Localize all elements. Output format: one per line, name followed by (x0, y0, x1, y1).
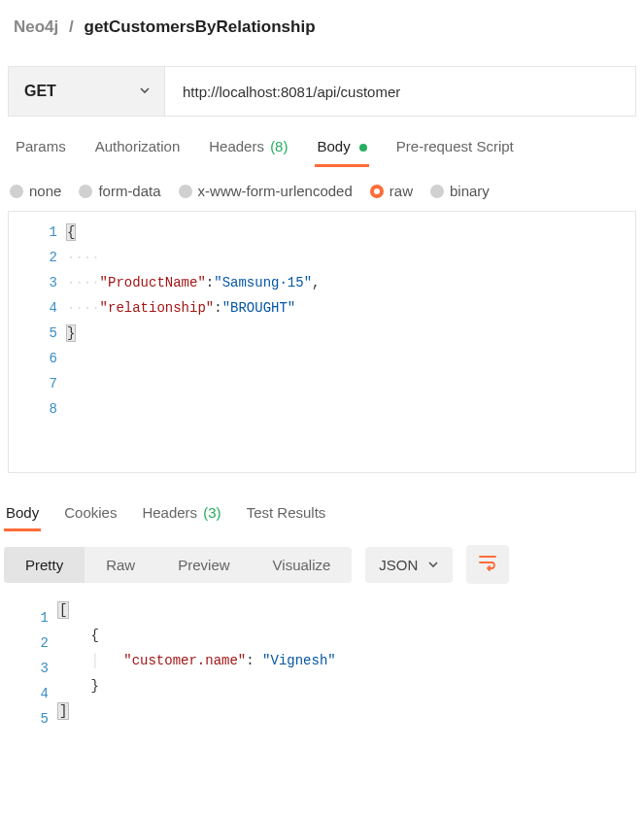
rtab-tests[interactable]: Test Results (245, 504, 328, 531)
radio-urlencoded[interactable]: x-www-form-urlencoded (179, 183, 353, 199)
code-area[interactable]: {········"ProductName":"Samsung·15",····… (67, 212, 635, 472)
response-gutter: 12345 (0, 597, 58, 739)
radio-label: none (29, 183, 61, 199)
radio-formdata[interactable]: form-data (79, 183, 160, 199)
radio-label: raw (390, 183, 413, 199)
request-tabs: Params Authorization Headers (8) Body Pr… (0, 117, 644, 167)
response-body[interactable]: 12345 [ { │ "customer.name": "Vignesh" }… (0, 594, 644, 739)
chevron-down-icon (139, 85, 151, 99)
radio-label: form-data (98, 183, 160, 199)
tab-headers-count: (8) (270, 138, 288, 154)
view-raw[interactable]: Raw (85, 547, 156, 583)
tab-params[interactable]: Params (14, 138, 68, 167)
breadcrumb-sep: / (63, 17, 80, 36)
rtab-headers-label: Headers (142, 504, 197, 521)
rtab-cookies[interactable]: Cookies (62, 504, 119, 531)
breadcrumb-root[interactable]: Neo4j (14, 17, 58, 36)
radio-none[interactable]: none (10, 183, 61, 199)
radio-icon (430, 185, 444, 198)
tab-body[interactable]: Body (315, 138, 368, 167)
wrap-lines-button[interactable] (466, 545, 509, 584)
rtab-headers[interactable]: Headers (3) (140, 504, 222, 531)
body-editor[interactable]: 12345678 {········"ProductName":"Samsung… (8, 211, 636, 473)
format-label: JSON (379, 557, 418, 573)
format-select[interactable]: JSON (365, 547, 453, 583)
tab-headers[interactable]: Headers (8) (207, 138, 289, 167)
radio-icon (370, 185, 384, 198)
tab-headers-label: Headers (209, 138, 264, 154)
radio-icon (10, 185, 23, 198)
view-pretty[interactable]: Pretty (4, 547, 85, 583)
radio-icon (79, 185, 92, 198)
unsaved-dot-icon (359, 144, 367, 152)
response-code[interactable]: [ { │ "customer.name": "Vignesh" }] (58, 597, 336, 739)
body-type-radios: none form-data x-www-form-urlencoded raw… (0, 167, 644, 211)
radio-raw[interactable]: raw (370, 183, 413, 199)
rtab-body[interactable]: Body (4, 504, 41, 531)
response-toolbar: Pretty Raw Preview Visualize JSON (0, 531, 644, 594)
request-row: GET (8, 66, 636, 117)
tab-body-label: Body (317, 138, 350, 154)
rtab-headers-count: (3) (203, 504, 220, 521)
view-visualize[interactable]: Visualize (252, 547, 353, 583)
wrap-icon (478, 554, 497, 576)
tab-prerequest[interactable]: Pre-request Script (394, 138, 516, 167)
radio-binary[interactable]: binary (430, 183, 490, 199)
radio-label: binary (450, 183, 490, 199)
response-tabs: Body Cookies Headers (3) Test Results (0, 473, 644, 531)
method-select[interactable]: GET (9, 67, 164, 116)
breadcrumb: Neo4j / getCustomersByRelationship (0, 0, 644, 54)
tab-authorization[interactable]: Authorization (93, 138, 183, 167)
breadcrumb-leaf: getCustomersByRelationship (85, 17, 316, 36)
view-preview[interactable]: Preview (156, 547, 251, 583)
line-gutter: 12345678 (9, 212, 67, 472)
method-label: GET (24, 83, 56, 100)
radio-icon (179, 185, 192, 198)
chevron-down-icon (427, 557, 439, 573)
view-mode-segment: Pretty Raw Preview Visualize (4, 547, 352, 583)
radio-label: x-www-form-urlencoded (198, 183, 353, 199)
url-input[interactable] (164, 67, 635, 116)
